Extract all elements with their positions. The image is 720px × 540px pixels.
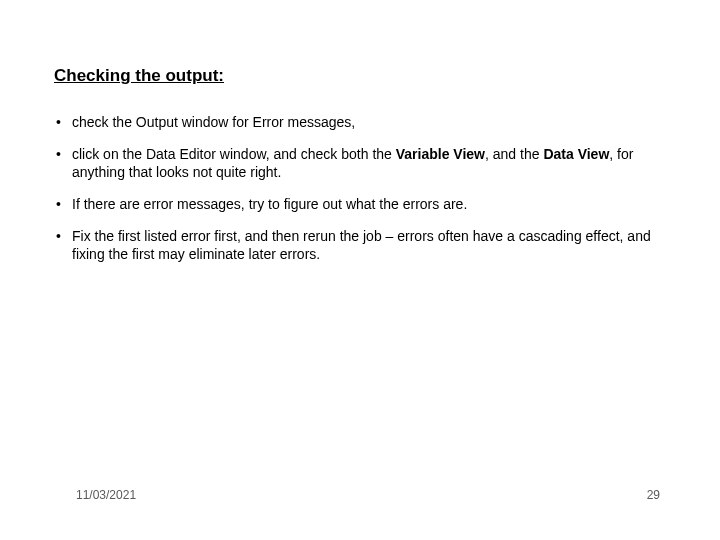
bullet-list: check the Output window for Error messag… — [54, 114, 666, 263]
list-item: check the Output window for Error messag… — [54, 114, 666, 132]
list-item: click on the Data Editor window, and che… — [54, 146, 666, 182]
bullet-text: , and the — [485, 146, 543, 162]
list-item: Fix the first listed error first, and th… — [54, 228, 666, 264]
bullet-text: check the Output window for Error messag… — [72, 114, 355, 130]
slide: Checking the output: check the Output wi… — [0, 0, 720, 540]
bullet-text: Fix the first listed error first, and th… — [72, 228, 651, 262]
heading-text: Checking the output: — [54, 66, 224, 85]
footer-page-number: 29 — [647, 488, 660, 502]
slide-footer: 11/03/2021 29 — [76, 488, 660, 502]
bold-text: Variable View — [396, 146, 485, 162]
bullet-text: click on the Data Editor window, and che… — [72, 146, 396, 162]
bold-text: Data View — [543, 146, 609, 162]
list-item: If there are error messages, try to figu… — [54, 196, 666, 214]
footer-date: 11/03/2021 — [76, 488, 136, 502]
bullet-text: If there are error messages, try to figu… — [72, 196, 467, 212]
slide-heading: Checking the output: — [54, 66, 666, 86]
